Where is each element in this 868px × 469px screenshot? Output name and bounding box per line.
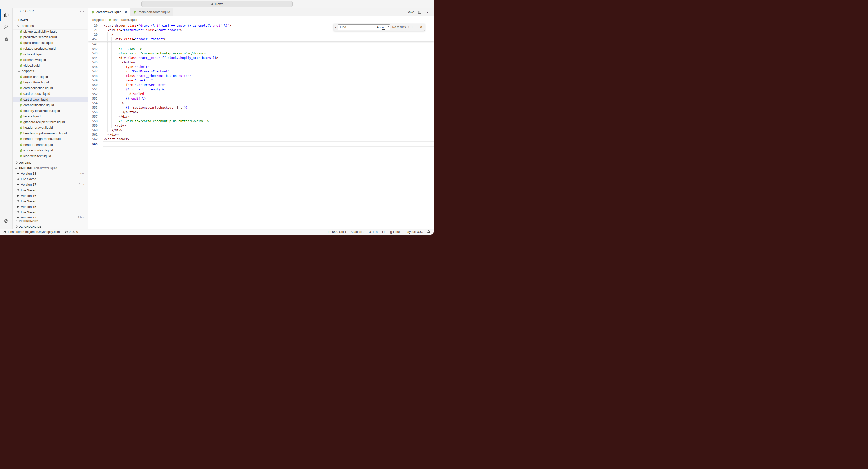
notifications-bell-icon[interactable] bbox=[427, 230, 431, 234]
code-editor[interactable]: 20<cart-drawer class="drawer{% if cart =… bbox=[88, 23, 434, 229]
code-line-559[interactable]: 559 </div> bbox=[88, 123, 434, 128]
file-item-slideshow-liquid[interactable]: Sslideshow.liquid bbox=[12, 57, 88, 63]
code-line-558[interactable]: 558 <!--<div id="corso-checkout-plus-but… bbox=[88, 119, 434, 123]
breadcrumb-file[interactable]: cart-drawer.liquid bbox=[113, 18, 137, 22]
explorer-icon[interactable] bbox=[0, 9, 12, 21]
breadcrumb-folder[interactable]: snippets bbox=[92, 18, 104, 22]
file-item-quick-order-list-liquid[interactable]: Squick-order-list.liquid bbox=[12, 40, 88, 46]
split-editor-icon[interactable] bbox=[418, 10, 422, 14]
tab-main-cart-footer[interactable]: S main-cart-footer.liquid bbox=[130, 8, 173, 16]
chevron-down-icon bbox=[14, 18, 17, 21]
code-line-543[interactable]: 543 <!--<div id="corso-checkout-plus-inf… bbox=[88, 51, 434, 56]
code-line-555[interactable]: 555 {{ 'sections.cart.checkout' | t }} bbox=[88, 105, 434, 110]
command-center-search[interactable]: Dawn bbox=[142, 1, 292, 7]
tree-folder-snippets[interactable]: snippets bbox=[12, 68, 88, 74]
code-line-551[interactable]: 551 {% if cart == empty %} bbox=[88, 87, 434, 92]
file-item-gift-card-recipient-form-liquid[interactable]: Sgift-card-recipient-form.liquid bbox=[12, 119, 88, 125]
timeline-item-version-17[interactable]: Version 171 hr bbox=[12, 182, 88, 187]
eol-sequence[interactable]: LF bbox=[382, 230, 386, 234]
find-input[interactable] bbox=[339, 25, 375, 29]
dependencies-panel-header[interactable]: DEPENDENCIES bbox=[12, 224, 88, 229]
line-number: 544 bbox=[88, 56, 98, 60]
language-mode[interactable]: {} Liquid bbox=[390, 230, 401, 234]
find-previous-icon[interactable]: ↑ bbox=[408, 25, 409, 29]
code-line-545[interactable]: 545 <button bbox=[88, 60, 434, 65]
code-line-557[interactable]: 557 </div> bbox=[88, 114, 434, 119]
timeline-item-version-15[interactable]: Version 15 bbox=[12, 204, 88, 209]
timeline-panel-header[interactable]: TIMELINE cart-drawer.liquid bbox=[12, 165, 88, 171]
code-line-549[interactable]: 549 name="checkout" bbox=[88, 78, 434, 83]
file-item-icon-with-text-liquid[interactable]: Sicon-with-text.liquid bbox=[12, 153, 88, 159]
code-line-29[interactable]: 29 > bbox=[88, 32, 434, 37]
find-in-selection-icon[interactable]: ☰ bbox=[415, 25, 418, 29]
whole-word-icon[interactable]: ab bbox=[382, 25, 385, 30]
code-line-546[interactable]: 546 type="submit" bbox=[88, 65, 434, 69]
close-tab-icon[interactable]: ✕ bbox=[125, 10, 127, 14]
file-item-card-collection-liquid[interactable]: Scard-collection.liquid bbox=[12, 85, 88, 91]
file-item-facets-liquid[interactable]: Sfacets.liquid bbox=[12, 114, 88, 119]
timeline-item-file-saved[interactable]: File Saved bbox=[12, 209, 88, 215]
file-item-header-mega-menu-liquid[interactable]: Sheader-mega-menu.liquid bbox=[12, 136, 88, 142]
line-number: 557 bbox=[88, 114, 98, 119]
timeline-item-version-16[interactable]: Version 16 bbox=[12, 193, 88, 198]
settings-gear-icon[interactable] bbox=[0, 215, 12, 227]
references-panel-header[interactable]: REFERENCES bbox=[12, 218, 88, 224]
search-view-icon[interactable] bbox=[0, 21, 12, 33]
code-line-552[interactable]: 552 disabled bbox=[88, 92, 434, 96]
file-item-icon-accordion-liquid[interactable]: Sicon-accordion.liquid bbox=[12, 148, 88, 153]
file-item-pickup-availability-liquid[interactable]: Spickup-availability.liquid bbox=[12, 29, 88, 34]
match-case-icon[interactable]: Aa bbox=[377, 25, 380, 29]
code-line-457[interactable]: 457 <div class="drawer__footer"> bbox=[88, 37, 434, 41]
code-line-563[interactable]: 563 bbox=[88, 142, 434, 146]
file-item-related-products-liquid[interactable]: Srelated-products.liquid bbox=[12, 46, 88, 52]
file-item-buy-buttons-liquid[interactable]: Sbuy-buttons.liquid bbox=[12, 80, 88, 85]
explorer-more-actions[interactable]: ··· bbox=[80, 8, 84, 14]
code-line-561[interactable]: 561 </div> bbox=[88, 133, 434, 137]
remote-host[interactable]: lunas-sobre-mi-jamon.myshopify.com bbox=[8, 230, 60, 234]
tab-cart-drawer[interactable]: S cart-drawer.liquid ✕ bbox=[88, 8, 130, 16]
file-item-header-search-liquid[interactable]: Sheader-search.liquid bbox=[12, 142, 88, 148]
more-actions-icon[interactable]: ··· bbox=[426, 10, 430, 14]
shopify-extension-icon[interactable]: S bbox=[0, 33, 12, 45]
tree-root-dawn[interactable]: DAWN bbox=[12, 17, 88, 23]
code-line-556[interactable]: 556 </button> bbox=[88, 110, 434, 114]
timeline-item-version-14[interactable]: Version 142 hrs bbox=[12, 215, 88, 218]
timeline-item-file-saved[interactable]: File Saved bbox=[12, 187, 88, 193]
file-item-header-drawer-liquid[interactable]: Sheader-drawer.liquid bbox=[12, 125, 88, 131]
timeline-item-file-saved[interactable]: File Saved bbox=[12, 176, 88, 182]
encoding[interactable]: UTF-8 bbox=[369, 230, 377, 234]
file-item-article-card-liquid[interactable]: Sarticle-card.liquid bbox=[12, 74, 88, 80]
error-count[interactable]: 0 bbox=[65, 230, 70, 234]
find-next-icon[interactable]: ↓ bbox=[411, 25, 413, 29]
code-line-541[interactable]: 541 bbox=[88, 42, 434, 47]
code-line-550[interactable]: 550 form="CartDrawer-Form" bbox=[88, 83, 434, 87]
timeline-item-file-saved[interactable]: File Saved bbox=[12, 198, 88, 204]
file-item-predictive-search-liquid[interactable]: Spredictive-search.liquid bbox=[12, 34, 88, 40]
file-item-rich-text-liquid[interactable]: Srich-text.liquid bbox=[12, 51, 88, 57]
warning-count[interactable]: 0 bbox=[72, 230, 78, 234]
tree-folder-sections[interactable]: sections bbox=[12, 23, 88, 29]
indentation[interactable]: Spaces: 2 bbox=[351, 230, 365, 234]
cursor-position[interactable]: Ln 563, Col 1 bbox=[328, 230, 346, 234]
save-button[interactable]: Save bbox=[407, 10, 414, 14]
timeline-item-version-18[interactable]: Version 18now bbox=[12, 171, 88, 176]
code-line-553[interactable]: 553 {% endif %} bbox=[88, 96, 434, 101]
file-item-video-liquid[interactable]: Svideo.liquid bbox=[12, 63, 88, 68]
code-line-554[interactable]: 554 > bbox=[88, 101, 434, 105]
code-line-548[interactable]: 548 class="cart__checkout-button button" bbox=[88, 74, 434, 78]
file-item-country-localization-liquid[interactable]: Scountry-localization.liquid bbox=[12, 108, 88, 114]
keyboard-layout[interactable]: Layout: U.S. bbox=[406, 230, 423, 234]
code-line-542[interactable]: 542 <!-- CTAs --> bbox=[88, 47, 434, 51]
close-find-icon[interactable]: ✕ bbox=[420, 25, 423, 29]
file-item-card-product-liquid[interactable]: Scard-product.liquid bbox=[12, 91, 88, 97]
regex-icon[interactable]: .* bbox=[387, 25, 389, 29]
toggle-replace-icon[interactable]: › bbox=[335, 25, 336, 29]
code-line-544[interactable]: 544 <div class="cart__ctas" {{ block.sho… bbox=[88, 56, 434, 60]
code-line-547[interactable]: 547 id="CartDrawer-Checkout" bbox=[88, 69, 434, 74]
remote-indicator-icon[interactable] bbox=[3, 230, 6, 234]
file-item-header-dropdown-menu-liquid[interactable]: Sheader-dropdown-menu.liquid bbox=[12, 130, 88, 136]
code-line-560[interactable]: 560 </div> bbox=[88, 128, 434, 133]
outline-panel-header[interactable]: OUTLINE bbox=[12, 159, 88, 166]
file-item-cart-notification-liquid[interactable]: Scart-notification.liquid bbox=[12, 102, 88, 108]
file-item-cart-drawer-liquid[interactable]: Scart-drawer.liquid bbox=[12, 96, 88, 102]
